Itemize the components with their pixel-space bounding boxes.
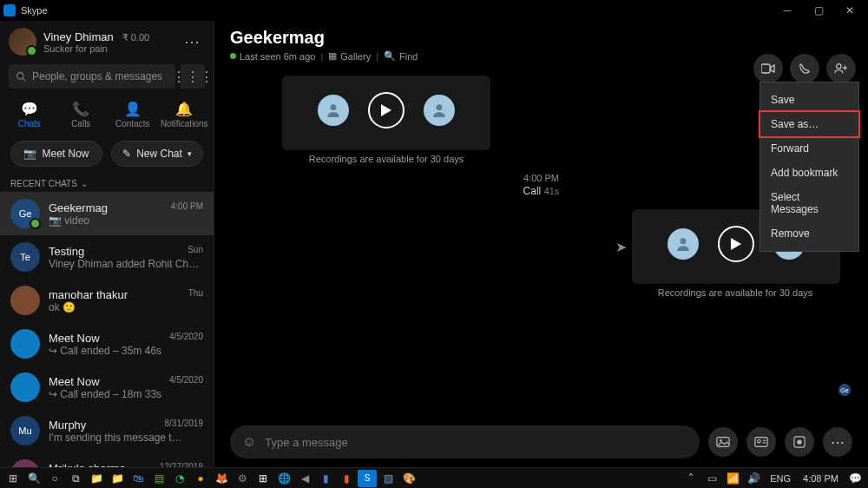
dialpad-button[interactable]: ⋮⋮⋮: [181, 64, 205, 89]
minimize-button[interactable]: ─: [773, 1, 802, 20]
taskbar-app[interactable]: 🛍: [128, 470, 148, 487]
taskbar-app[interactable]: 🌐: [274, 470, 293, 487]
nav-tabs: 💬 Chats 📞 Calls 👤 Contacts 🔔 Notificatio…: [0, 96, 214, 137]
taskbar-app[interactable]: 📁: [108, 470, 127, 487]
contacts-icon: 👤: [124, 101, 141, 117]
battery-icon[interactable]: ▭: [702, 470, 721, 487]
more-button[interactable]: ⋯: [823, 427, 852, 457]
taskbar-app[interactable]: ▧: [378, 470, 398, 487]
search-button[interactable]: 🔍: [24, 470, 43, 487]
chat-preview: ↪ Call ended – 18m 33s: [49, 388, 203, 400]
chat-avatar: [10, 286, 40, 315]
profile-status: Sucker for pain: [43, 43, 174, 54]
maximize-button[interactable]: ▢: [804, 1, 833, 20]
chat-name: Murphy: [49, 419, 86, 432]
profile-more-button[interactable]: ⋯: [181, 32, 205, 51]
taskbar-app[interactable]: 🎨: [399, 470, 418, 487]
chat-row[interactable]: Meet Now4/5/2020↪ Call ended – 35m 46s: [0, 322, 214, 366]
presence-dot: [230, 53, 236, 59]
cortana-button[interactable]: ○: [45, 470, 64, 487]
chevron-down-icon: ⌄: [81, 179, 88, 188]
svg-point-7: [437, 104, 443, 110]
taskbar-app[interactable]: ▤: [149, 470, 168, 487]
taskbar-app[interactable]: ◔: [170, 470, 189, 487]
menu-forward[interactable]: Forward: [760, 136, 858, 161]
task-view-button[interactable]: ⧉: [66, 470, 85, 487]
gallery-icon: ▦: [328, 50, 337, 62]
conversation-pane: Geekermag Last seen 6m ago | ▦ Gallery |…: [214, 21, 868, 467]
compose-icon: ✎: [122, 148, 131, 160]
volume-icon[interactable]: 🔊: [744, 470, 763, 487]
profile-balance: ₹ 0.00: [122, 32, 149, 43]
play-button[interactable]: [368, 92, 404, 129]
taskbar-app[interactable]: ●: [191, 470, 210, 487]
recent-chats-header[interactable]: RECENT CHATS ⌄: [0, 175, 214, 192]
close-button[interactable]: ✕: [835, 1, 865, 20]
chat-row[interactable]: GeGeekermag4:00 PM📷 video: [0, 192, 214, 235]
chat-row[interactable]: MuMurphy8/31/2019I'm sending this messag…: [0, 409, 214, 452]
svg-point-0: [17, 72, 23, 78]
participant-avatar: [667, 228, 699, 260]
tab-notifications[interactable]: 🔔 Notifications: [159, 97, 211, 132]
bell-icon: 🔔: [175, 101, 193, 117]
attach-media-button[interactable]: [708, 427, 738, 457]
profile-avatar[interactable]: [9, 28, 36, 56]
tab-calls[interactable]: 📞 Calls: [56, 97, 108, 132]
play-button[interactable]: [718, 226, 754, 262]
skype-taskbar[interactable]: S: [358, 470, 377, 487]
taskbar-app[interactable]: ▮: [337, 470, 356, 487]
language-indicator[interactable]: ENG: [765, 473, 796, 484]
svg-point-6: [331, 104, 337, 110]
menu-add-bookmark[interactable]: Add bookmark: [760, 161, 858, 185]
taskbar-app[interactable]: ⚙: [233, 470, 252, 487]
taskbar-app[interactable]: ▮: [316, 470, 335, 487]
taskbar-app[interactable]: 🦊: [212, 470, 231, 487]
window-title: Skype: [21, 5, 773, 16]
chat-time: 4:00 PM: [171, 201, 203, 214]
chat-preview: ↪ Call ended – 35m 46s: [49, 345, 203, 357]
search-input[interactable]: People, groups & messages: [9, 64, 175, 89]
wifi-icon[interactable]: 📶: [723, 470, 742, 487]
video-icon: 📷: [23, 148, 36, 160]
chat-avatar: Mu: [10, 416, 40, 445]
tab-chats[interactable]: 💬 Chats: [3, 97, 56, 132]
menu-save[interactable]: Save: [760, 88, 858, 112]
chat-name: Geekermag: [49, 201, 108, 214]
svg-line-1: [23, 78, 25, 81]
windows-taskbar: ⊞ 🔍 ○ ⧉ 📁 📁 🛍 ▤ ◔ ● 🦊 ⚙ ⊞ 🌐 ◀ ▮ ▮ S ▧ 🎨 …: [0, 467, 868, 488]
profile-header[interactable]: Viney Dhiman ₹ 0.00 Sucker for pain ⋯: [0, 21, 214, 63]
taskbar-app[interactable]: ⊞: [253, 470, 273, 487]
tab-contacts[interactable]: 👤 Contacts: [107, 97, 159, 132]
menu-select-messages[interactable]: Select Messages: [760, 185, 858, 221]
chat-row[interactable]: Mrikula sharma12/27/20185149: [0, 452, 214, 467]
emoji-icon[interactable]: ☺: [242, 434, 256, 450]
chat-avatar: [10, 329, 40, 359]
message-input[interactable]: ☺ Type a message: [230, 425, 700, 458]
start-button[interactable]: ⊞: [3, 470, 23, 487]
search-icon: 🔍: [384, 50, 396, 62]
participant-avatar: [318, 95, 349, 126]
taskbar-app[interactable]: ◀: [295, 470, 314, 487]
contact-card-button[interactable]: [746, 427, 776, 457]
call-recording-tile[interactable]: [282, 76, 490, 150]
clock[interactable]: 4:08 PM: [798, 473, 844, 484]
chat-row[interactable]: TeTestingSunViney Dhiman added Rohit Cha…: [0, 235, 214, 279]
tray-up-icon[interactable]: ˄: [681, 470, 700, 487]
action-center-icon[interactable]: 💬: [845, 470, 865, 487]
chat-time: Sun: [187, 245, 203, 258]
chat-row[interactable]: Meet Now4/5/2020↪ Call ended – 18m 33s: [0, 366, 214, 409]
chat-name: Meet Now: [49, 332, 100, 345]
record-button[interactable]: [785, 427, 814, 457]
menu-remove[interactable]: Remove: [760, 221, 858, 246]
svg-rect-12: [755, 438, 767, 447]
gallery-link[interactable]: Gallery: [340, 51, 371, 62]
new-chat-button[interactable]: ✎ New Chat ▾: [111, 141, 203, 167]
sidebar: Viney Dhiman ₹ 0.00 Sucker for pain ⋯ Pe…: [0, 21, 214, 467]
taskbar-app[interactable]: 📁: [87, 470, 106, 487]
chat-row[interactable]: manohar thakurThuok 🙂: [0, 279, 214, 322]
search-placeholder: People, groups & messages: [32, 70, 162, 82]
menu-save-as[interactable]: Save as…: [759, 110, 860, 138]
find-link[interactable]: Find: [399, 51, 418, 62]
chat-name: Testing: [49, 245, 84, 258]
meet-now-button[interactable]: 📷 Meet Now: [10, 141, 102, 167]
